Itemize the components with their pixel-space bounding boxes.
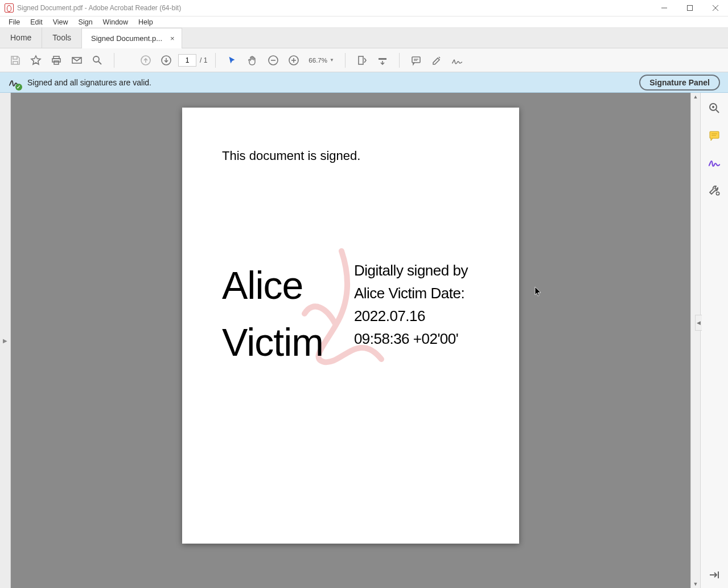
highlight-icon[interactable] xyxy=(428,52,445,69)
svg-rect-1 xyxy=(687,6,692,11)
fill-sign-icon[interactable] xyxy=(707,155,722,170)
search-plus-icon[interactable] xyxy=(707,101,722,116)
find-icon[interactable] xyxy=(89,52,106,69)
signature-status-text: Signed and all signatures are valid. xyxy=(27,78,151,87)
svg-line-23 xyxy=(716,110,719,113)
minimize-button[interactable] xyxy=(651,0,677,17)
comment-icon[interactable] xyxy=(408,52,425,69)
svg-rect-5 xyxy=(52,59,60,62)
sign-icon[interactable] xyxy=(449,52,466,69)
menu-edit[interactable]: Edit xyxy=(25,18,48,26)
maximize-button[interactable] xyxy=(677,0,702,17)
page-total: / 1 xyxy=(200,56,207,64)
menu-window[interactable]: Window xyxy=(98,18,133,26)
scroll-up-icon[interactable]: ▲ xyxy=(691,94,700,100)
toolbar-separator xyxy=(345,53,346,68)
toolbar-separator xyxy=(215,53,216,68)
signature-status-bar: ✓ Signed and all signatures are valid. S… xyxy=(0,72,728,93)
zoom-value: 66.7% xyxy=(309,57,327,64)
zoom-out-icon[interactable] xyxy=(265,52,282,69)
scroll-down-icon[interactable]: ▼ xyxy=(691,581,700,587)
toolbar-separator xyxy=(114,53,114,68)
tab-row: Home Tools Signed Document.p... × xyxy=(0,28,728,48)
signer-name: Alice Victim xyxy=(222,257,354,371)
menu-sign[interactable]: Sign xyxy=(73,18,98,26)
signature-valid-icon: ✓ xyxy=(8,76,20,89)
zoom-in-icon[interactable] xyxy=(285,52,302,69)
svg-rect-26 xyxy=(710,131,719,138)
svg-point-8 xyxy=(93,56,99,62)
page-down-icon[interactable] xyxy=(158,52,175,69)
toolbar: / 1 66.7% ▼ xyxy=(0,48,728,72)
menu-help[interactable]: Help xyxy=(133,18,158,26)
svg-rect-18 xyxy=(379,58,386,60)
right-pane-toggle[interactable]: ◀ xyxy=(695,315,702,331)
document-body-text: This document is signed. xyxy=(222,149,479,163)
mail-icon[interactable] xyxy=(68,52,85,69)
page-input[interactable] xyxy=(178,54,196,67)
tab-tools[interactable]: Tools xyxy=(42,27,82,48)
close-tab-button[interactable]: × xyxy=(170,34,175,43)
page-up-icon[interactable] xyxy=(137,52,154,69)
chevron-right-icon: ▶ xyxy=(3,338,7,344)
select-tool-icon[interactable] xyxy=(224,52,241,69)
tab-document-label: Signed Document.p... xyxy=(91,34,162,43)
menu-view[interactable]: View xyxy=(48,18,73,26)
save-icon[interactable] xyxy=(7,52,24,69)
svg-rect-19 xyxy=(412,57,420,63)
main-area: ▶ This document is signed. Alice Victim … xyxy=(0,93,728,588)
window-titlebar: Signed Document.pdf - Adobe Acrobat Read… xyxy=(0,0,728,17)
svg-line-9 xyxy=(98,61,101,64)
svg-rect-17 xyxy=(359,56,363,64)
signature-panel-button[interactable]: Signature Panel xyxy=(639,75,720,91)
menubar: File Edit View Sign Window Help xyxy=(0,17,728,28)
signature-block[interactable]: Alice Victim Digitally signed by Alice V… xyxy=(222,257,479,371)
pan-tool-icon[interactable] xyxy=(244,52,261,69)
more-tools-icon[interactable] xyxy=(707,183,722,198)
fit-width-icon[interactable] xyxy=(353,52,371,69)
tab-home[interactable]: Home xyxy=(0,27,42,48)
zoom-select[interactable]: 66.7% ▼ xyxy=(306,54,337,67)
fit-page-icon[interactable] xyxy=(374,52,391,69)
pdf-page: This document is signed. Alice Victim Di… xyxy=(182,108,519,544)
window-title: Signed Document.pdf - Adobe Acrobat Read… xyxy=(17,4,181,12)
svg-rect-6 xyxy=(54,61,59,64)
chevron-down-icon: ▼ xyxy=(330,57,334,63)
document-canvas[interactable]: This document is signed. Alice Victim Di… xyxy=(11,93,690,588)
close-window-button[interactable] xyxy=(702,0,728,17)
right-tools-pane: ◀ xyxy=(700,93,728,588)
print-icon[interactable] xyxy=(48,52,65,69)
app-icon xyxy=(5,3,14,13)
expand-pane-icon[interactable] xyxy=(707,568,722,582)
signature-details: Digitally signed by Alice Victim Date: 2… xyxy=(354,257,479,371)
menu-file[interactable]: File xyxy=(3,18,25,26)
page-indicator: / 1 xyxy=(178,54,207,67)
tab-document[interactable]: Signed Document.p... × xyxy=(82,28,182,48)
mouse-cursor-icon xyxy=(534,286,542,298)
sticky-note-icon[interactable] xyxy=(707,128,722,143)
star-icon[interactable] xyxy=(27,52,44,69)
vertical-scrollbar[interactable]: ▲ ▼ xyxy=(690,93,700,588)
left-pane-toggle[interactable]: ▶ xyxy=(0,93,11,588)
toolbar-separator xyxy=(399,53,400,68)
